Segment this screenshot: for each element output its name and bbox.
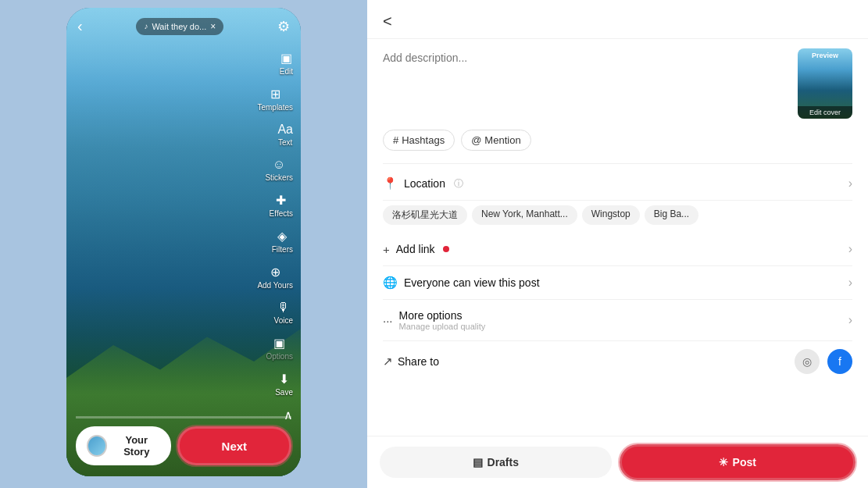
more-options-left: ··· More options Manage upload quality bbox=[383, 309, 848, 331]
toolbar-save[interactable]: ⬇ Save bbox=[275, 372, 293, 397]
phone-bottom: Your Story Next bbox=[66, 416, 301, 476]
share-title: Share to bbox=[398, 355, 439, 368]
music-close-icon[interactable]: × bbox=[210, 21, 216, 32]
add-yours-icon: ⊕ bbox=[270, 265, 280, 280]
post-button[interactable]: ✳ Post bbox=[620, 444, 856, 480]
location-chevron: › bbox=[848, 176, 852, 191]
more-options-row[interactable]: ··· More options Manage upload quality › bbox=[383, 300, 852, 341]
divider-1 bbox=[383, 163, 852, 164]
location-chips: 洛杉矶星光大道 New York, Manhatt... Wingstop Bi… bbox=[383, 201, 852, 233]
location-title: Location bbox=[404, 177, 445, 190]
hashtags-label: Hashtags bbox=[402, 134, 445, 146]
more-options-chevron: › bbox=[848, 313, 852, 327]
location-left: 📍 Location ⓘ bbox=[383, 176, 848, 191]
left-panel: ‹ ♪ Wait they do... × ⚙ ▣ Edit ⊞ Templat… bbox=[0, 0, 367, 488]
add-link-left: + Add link bbox=[383, 243, 848, 256]
voice-icon: 🎙 bbox=[277, 301, 290, 315]
right-bottom-bar: ▤ Drafts ✳ Post bbox=[367, 436, 868, 488]
add-link-title: Add link bbox=[396, 243, 435, 255]
toolbar-add-yours[interactable]: ⊕ Add Yours bbox=[257, 265, 293, 290]
templates-icon: ⊞ bbox=[270, 87, 280, 102]
preview-label: Preview bbox=[798, 52, 852, 59]
bottom-buttons: Your Story Next bbox=[66, 419, 301, 476]
toolbar-voice[interactable]: 🎙 Voice bbox=[274, 301, 293, 325]
phone-screen: ‹ ♪ Wait they do... × ⚙ ▣ Edit ⊞ Templat… bbox=[66, 8, 301, 476]
toolbar-text[interactable]: Aa Text bbox=[277, 123, 293, 147]
toolbar-options[interactable]: ▣ Options bbox=[266, 336, 293, 361]
stickers-icon: ☺ bbox=[273, 158, 285, 172]
grey-social-icon: ◎ bbox=[802, 355, 812, 368]
more-options-area: More options Manage upload quality bbox=[399, 309, 486, 331]
your-story-button[interactable]: Your Story bbox=[76, 426, 171, 465]
your-story-label: Your Story bbox=[113, 434, 160, 458]
edit-cover-bar[interactable]: Edit cover bbox=[798, 106, 852, 119]
location-row[interactable]: 📍 Location ⓘ › bbox=[383, 167, 852, 201]
edit-cover-label: Edit cover bbox=[809, 109, 841, 116]
tags-row: # Hashtags @ Mention bbox=[383, 130, 852, 151]
filters-icon: ◈ bbox=[277, 229, 287, 244]
location-pin-icon: 📍 bbox=[383, 176, 398, 191]
toolbar-templates[interactable]: ⊞ Templates bbox=[257, 87, 293, 112]
toolbar-filters[interactable]: ◈ Filters bbox=[272, 229, 293, 254]
more-options-title: More options bbox=[399, 309, 486, 322]
effects-label: Effects bbox=[270, 209, 293, 218]
back-arrow-icon[interactable]: < bbox=[383, 12, 392, 30]
music-label: Wait they do... bbox=[152, 22, 206, 31]
filters-label: Filters bbox=[272, 245, 293, 254]
add-link-chevron: › bbox=[848, 242, 852, 256]
add-link-dot bbox=[443, 246, 449, 252]
description-row: Preview Edit cover bbox=[383, 48, 852, 119]
description-input[interactable] bbox=[383, 48, 788, 80]
share-toggles: ◎ f bbox=[795, 349, 852, 374]
mention-pill[interactable]: @ Mention bbox=[461, 130, 530, 151]
drafts-icon: ▤ bbox=[473, 456, 483, 468]
everyone-row[interactable]: 🌐 Everyone can view this post › bbox=[383, 266, 852, 300]
facebook-icon: f bbox=[838, 355, 841, 368]
preview-thumbnail: Preview Edit cover bbox=[798, 48, 852, 119]
right-panel: < Preview Edit cover # Hashtags @ Mentio… bbox=[367, 0, 868, 488]
everyone-title: Everyone can view this post bbox=[404, 276, 540, 289]
location-info-icon: ⓘ bbox=[454, 177, 463, 191]
mention-icon: @ bbox=[471, 134, 481, 146]
hashtags-pill[interactable]: # Hashtags bbox=[383, 130, 455, 151]
text-label: Text bbox=[278, 138, 292, 147]
location-chip-1[interactable]: 洛杉矶星光大道 bbox=[383, 205, 467, 225]
more-options-subtitle: Manage upload quality bbox=[399, 322, 486, 331]
text-icon: Aa bbox=[277, 123, 293, 137]
music-note-icon: ♪ bbox=[144, 22, 148, 30]
drafts-button[interactable]: ▤ Drafts bbox=[380, 447, 612, 478]
location-chip-2[interactable]: New York, Manhatt... bbox=[472, 205, 577, 225]
edit-label: Edit bbox=[280, 67, 293, 76]
next-label: Next bbox=[222, 440, 248, 453]
music-pill[interactable]: ♪ Wait they do... × bbox=[136, 18, 223, 35]
more-options-icon: ··· bbox=[383, 314, 393, 327]
voice-label: Voice bbox=[274, 316, 293, 325]
location-chip-3[interactable]: Wingstop bbox=[582, 205, 640, 225]
toolbar-effects[interactable]: ✚ Effects bbox=[270, 193, 293, 218]
location-chip-4[interactable]: Big Ba... bbox=[645, 205, 698, 225]
globe-icon: 🌐 bbox=[383, 276, 398, 290]
save-icon: ⬇ bbox=[279, 372, 289, 386]
hashtag-icon: # bbox=[393, 134, 398, 146]
stickers-label: Stickers bbox=[265, 173, 293, 182]
add-link-plus-icon: + bbox=[383, 243, 390, 256]
story-avatar bbox=[87, 435, 107, 457]
post-label: Post bbox=[733, 456, 756, 468]
phone-toolbar: ▣ Edit ⊞ Templates Aa Text ☺ Stickers ✚ … bbox=[257, 51, 293, 422]
share-facebook-button[interactable]: f bbox=[827, 349, 852, 374]
toolbar-edit[interactable]: ▣ Edit bbox=[280, 51, 293, 76]
right-content: Preview Edit cover # Hashtags @ Mention … bbox=[367, 39, 868, 436]
phone-top-bar: ‹ ♪ Wait they do... × ⚙ bbox=[66, 17, 301, 35]
phone-back-button[interactable]: ‹ bbox=[77, 17, 83, 35]
save-label: Save bbox=[275, 388, 293, 397]
options-icon: ▣ bbox=[273, 336, 285, 351]
share-left: ↗ Share to bbox=[383, 354, 439, 369]
share-grey-button[interactable]: ◎ bbox=[795, 349, 820, 374]
mention-label: Mention bbox=[484, 134, 520, 146]
settings-icon[interactable]: ⚙ bbox=[277, 18, 290, 35]
next-button[interactable]: Next bbox=[177, 426, 291, 465]
effects-icon: ✚ bbox=[276, 193, 286, 208]
add-link-row[interactable]: + Add link › bbox=[383, 233, 852, 266]
everyone-chevron: › bbox=[848, 276, 852, 290]
toolbar-stickers[interactable]: ☺ Stickers bbox=[265, 158, 293, 182]
